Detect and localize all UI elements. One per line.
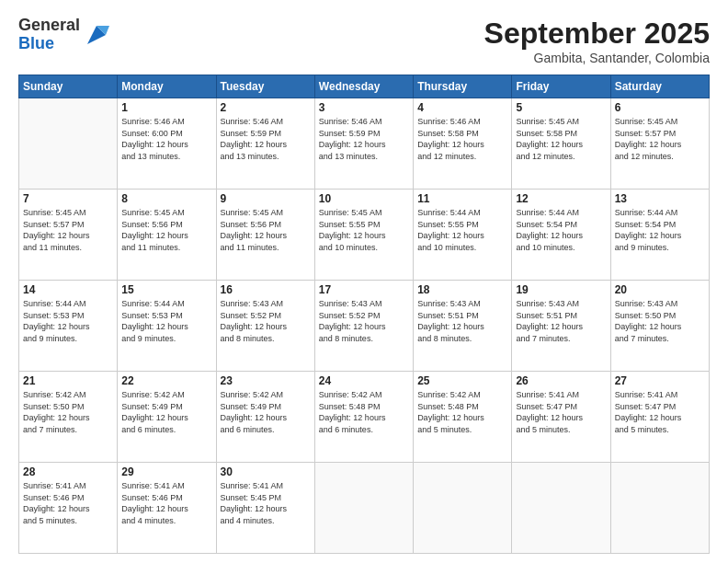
logo-text: General Blue (18, 17, 80, 53)
table-row: 15Sunrise: 5:44 AM Sunset: 5:53 PM Dayli… (118, 281, 216, 372)
table-row: 29Sunrise: 5:41 AM Sunset: 5:46 PM Dayli… (118, 463, 216, 554)
table-row: 22Sunrise: 5:42 AM Sunset: 5:49 PM Dayli… (118, 372, 216, 463)
table-row: 13Sunrise: 5:44 AM Sunset: 5:54 PM Dayli… (610, 190, 709, 281)
day-info: Sunrise: 5:41 AM Sunset: 5:46 PM Dayligh… (121, 480, 211, 526)
day-info: Sunrise: 5:46 AM Sunset: 5:58 PM Dayligh… (417, 116, 507, 162)
day-number: 25 (417, 374, 507, 387)
table-row: 1Sunrise: 5:46 AM Sunset: 6:00 PM Daylig… (118, 98, 216, 190)
day-info: Sunrise: 5:45 AM Sunset: 5:58 PM Dayligh… (516, 116, 606, 162)
day-number: 7 (23, 192, 113, 205)
table-row (414, 463, 512, 554)
day-info: Sunrise: 5:45 AM Sunset: 5:55 PM Dayligh… (319, 207, 409, 253)
table-row: 8Sunrise: 5:45 AM Sunset: 5:56 PM Daylig… (118, 190, 216, 281)
table-row: 14Sunrise: 5:44 AM Sunset: 5:53 PM Dayli… (19, 281, 118, 372)
day-info: Sunrise: 5:41 AM Sunset: 5:47 PM Dayligh… (516, 389, 606, 435)
calendar-week-row: 7Sunrise: 5:45 AM Sunset: 5:57 PM Daylig… (19, 190, 710, 281)
header-sunday: Sunday (19, 75, 118, 98)
day-number: 6 (615, 101, 705, 114)
day-number: 14 (23, 283, 113, 296)
day-number: 30 (221, 465, 311, 478)
header-monday: Monday (118, 75, 216, 98)
day-number: 12 (516, 192, 606, 205)
header: General Blue September 2025 Gambita, San… (18, 17, 710, 65)
logo-blue: Blue (18, 35, 80, 53)
day-number: 16 (221, 283, 311, 296)
table-row: 3Sunrise: 5:46 AM Sunset: 5:59 PM Daylig… (314, 98, 413, 190)
day-info: Sunrise: 5:45 AM Sunset: 5:57 PM Dayligh… (615, 116, 705, 162)
title-block: September 2025 Gambita, Santander, Colom… (484, 17, 710, 65)
day-info: Sunrise: 5:43 AM Sunset: 5:51 PM Dayligh… (417, 298, 507, 344)
day-info: Sunrise: 5:41 AM Sunset: 5:46 PM Dayligh… (23, 480, 113, 526)
day-number: 8 (121, 192, 211, 205)
day-info: Sunrise: 5:45 AM Sunset: 5:56 PM Dayligh… (221, 207, 311, 253)
day-info: Sunrise: 5:44 AM Sunset: 5:54 PM Dayligh… (615, 207, 705, 253)
table-row: 26Sunrise: 5:41 AM Sunset: 5:47 PM Dayli… (512, 372, 610, 463)
table-row (512, 463, 610, 554)
table-row: 25Sunrise: 5:42 AM Sunset: 5:48 PM Dayli… (414, 372, 512, 463)
day-info: Sunrise: 5:43 AM Sunset: 5:52 PM Dayligh… (221, 298, 311, 344)
day-info: Sunrise: 5:42 AM Sunset: 5:50 PM Dayligh… (23, 389, 113, 435)
day-info: Sunrise: 5:42 AM Sunset: 5:48 PM Dayligh… (417, 389, 507, 435)
table-row: 11Sunrise: 5:44 AM Sunset: 5:55 PM Dayli… (414, 190, 512, 281)
day-info: Sunrise: 5:42 AM Sunset: 5:49 PM Dayligh… (221, 389, 311, 435)
logo: General Blue (18, 17, 109, 53)
calendar-week-row: 1Sunrise: 5:46 AM Sunset: 6:00 PM Daylig… (19, 98, 710, 190)
table-row: 18Sunrise: 5:43 AM Sunset: 5:51 PM Dayli… (414, 281, 512, 372)
day-number: 28 (23, 465, 113, 478)
table-row (314, 463, 413, 554)
day-number: 11 (417, 192, 507, 205)
table-row: 5Sunrise: 5:45 AM Sunset: 5:58 PM Daylig… (512, 98, 610, 190)
weekday-header-row: Sunday Monday Tuesday Wednesday Thursday… (19, 75, 710, 98)
table-row: 9Sunrise: 5:45 AM Sunset: 5:56 PM Daylig… (216, 190, 314, 281)
day-number: 1 (121, 101, 211, 114)
day-info: Sunrise: 5:43 AM Sunset: 5:51 PM Dayligh… (516, 298, 606, 344)
table-row: 27Sunrise: 5:41 AM Sunset: 5:47 PM Dayli… (610, 372, 709, 463)
table-row: 2Sunrise: 5:46 AM Sunset: 5:59 PM Daylig… (216, 98, 314, 190)
table-row: 4Sunrise: 5:46 AM Sunset: 5:58 PM Daylig… (414, 98, 512, 190)
day-info: Sunrise: 5:46 AM Sunset: 5:59 PM Dayligh… (221, 116, 311, 162)
day-number: 20 (615, 283, 705, 296)
table-row: 16Sunrise: 5:43 AM Sunset: 5:52 PM Dayli… (216, 281, 314, 372)
table-row (19, 98, 118, 190)
day-number: 21 (23, 374, 113, 387)
header-tuesday: Tuesday (216, 75, 314, 98)
location: Gambita, Santander, Colombia (484, 51, 710, 65)
day-info: Sunrise: 5:44 AM Sunset: 5:55 PM Dayligh… (417, 207, 507, 253)
header-wednesday: Wednesday (314, 75, 413, 98)
table-row: 10Sunrise: 5:45 AM Sunset: 5:55 PM Dayli… (314, 190, 413, 281)
day-info: Sunrise: 5:44 AM Sunset: 5:54 PM Dayligh… (516, 207, 606, 253)
table-row: 17Sunrise: 5:43 AM Sunset: 5:52 PM Dayli… (314, 281, 413, 372)
table-row: 12Sunrise: 5:44 AM Sunset: 5:54 PM Dayli… (512, 190, 610, 281)
day-number: 9 (221, 192, 311, 205)
day-number: 29 (121, 465, 211, 478)
day-number: 17 (319, 283, 409, 296)
calendar-week-row: 21Sunrise: 5:42 AM Sunset: 5:50 PM Dayli… (19, 372, 710, 463)
table-row: 21Sunrise: 5:42 AM Sunset: 5:50 PM Dayli… (19, 372, 118, 463)
day-number: 26 (516, 374, 606, 387)
day-number: 2 (221, 101, 311, 114)
day-info: Sunrise: 5:43 AM Sunset: 5:52 PM Dayligh… (319, 298, 409, 344)
calendar-week-row: 28Sunrise: 5:41 AM Sunset: 5:46 PM Dayli… (19, 463, 710, 554)
header-saturday: Saturday (610, 75, 709, 98)
calendar-table: Sunday Monday Tuesday Wednesday Thursday… (18, 75, 710, 554)
day-number: 27 (615, 374, 705, 387)
table-row: 19Sunrise: 5:43 AM Sunset: 5:51 PM Dayli… (512, 281, 610, 372)
day-info: Sunrise: 5:46 AM Sunset: 6:00 PM Dayligh… (121, 116, 211, 162)
table-row: 20Sunrise: 5:43 AM Sunset: 5:50 PM Dayli… (610, 281, 709, 372)
day-number: 19 (516, 283, 606, 296)
table-row: 23Sunrise: 5:42 AM Sunset: 5:49 PM Dayli… (216, 372, 314, 463)
day-number: 10 (319, 192, 409, 205)
table-row: 30Sunrise: 5:41 AM Sunset: 5:45 PM Dayli… (216, 463, 314, 554)
day-number: 13 (615, 192, 705, 205)
month-title: September 2025 (484, 17, 710, 51)
day-info: Sunrise: 5:45 AM Sunset: 5:56 PM Dayligh… (121, 207, 211, 253)
day-number: 23 (221, 374, 311, 387)
day-info: Sunrise: 5:45 AM Sunset: 5:57 PM Dayligh… (23, 207, 113, 253)
day-info: Sunrise: 5:44 AM Sunset: 5:53 PM Dayligh… (121, 298, 211, 344)
logo-icon (84, 22, 109, 48)
logo-general: General (18, 17, 80, 35)
table-row (610, 463, 709, 554)
table-row: 28Sunrise: 5:41 AM Sunset: 5:46 PM Dayli… (19, 463, 118, 554)
table-row: 7Sunrise: 5:45 AM Sunset: 5:57 PM Daylig… (19, 190, 118, 281)
day-info: Sunrise: 5:46 AM Sunset: 5:59 PM Dayligh… (319, 116, 409, 162)
